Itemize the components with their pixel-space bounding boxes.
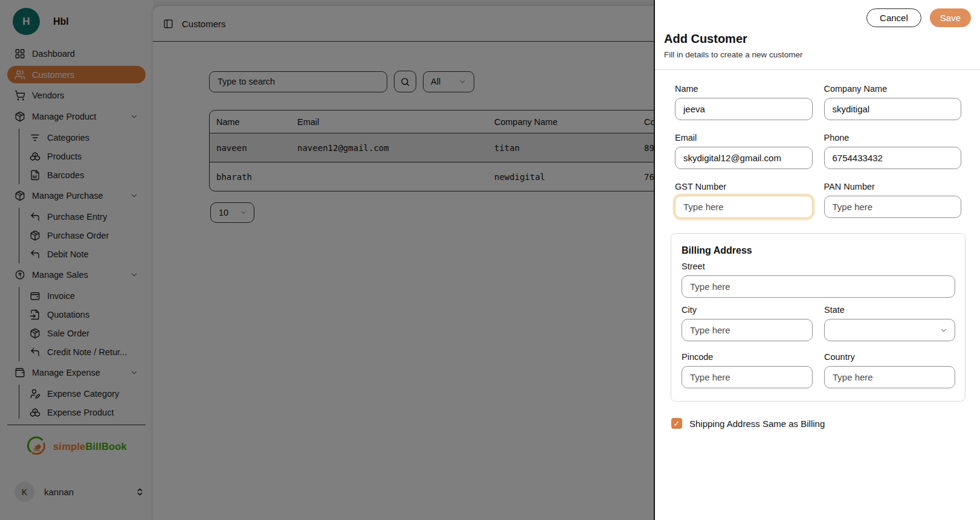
pan-label: PAN Number [824, 182, 962, 191]
chevron-down-icon [940, 326, 948, 335]
state-select[interactable] [824, 319, 955, 341]
state-field-group: State [824, 305, 955, 341]
city-label: City [682, 305, 813, 315]
pincode-label: Pincode [682, 352, 813, 362]
drawer-subtitle: Fill in details to create a new customer [664, 50, 970, 59]
state-select-value[interactable] [824, 319, 955, 341]
add-customer-drawer: Cancel Save Add Customer Fill in details… [654, 0, 980, 520]
shipping-same-row: ✓ Shipping Address Same as Billing [671, 418, 980, 429]
name-input[interactable] [675, 98, 813, 120]
name-label: Name [675, 84, 813, 94]
shipping-same-checkbox[interactable]: ✓ [671, 418, 682, 429]
shipping-same-label: Shipping Address Same as Billing [689, 419, 825, 429]
phone-label: Phone [824, 133, 962, 143]
email-field-group: Email [675, 133, 813, 169]
email-label: Email [675, 133, 813, 143]
email-input[interactable] [675, 147, 813, 169]
phone-field-group: Phone [824, 133, 962, 169]
country-field-group: Country [824, 352, 955, 388]
pincode-input[interactable] [682, 366, 813, 388]
drawer-title: Add Customer [664, 32, 970, 46]
save-button[interactable]: Save [930, 8, 971, 27]
customer-form: Name Company Name Email Phone GST Number… [655, 70, 980, 218]
street-field-group: Street [682, 262, 955, 298]
pan-input[interactable] [824, 196, 962, 218]
street-label: Street [682, 262, 955, 271]
gst-label: GST Number [675, 182, 813, 191]
city-field-group: City [682, 305, 813, 341]
company-field-group: Company Name [824, 84, 962, 120]
phone-input[interactable] [824, 147, 962, 169]
drawer-header: Add Customer Fill in details to create a… [655, 27, 980, 70]
drawer-actions: Cancel Save [655, 0, 980, 27]
billing-grid: City State Pincode Country [682, 305, 955, 388]
company-label: Company Name [824, 84, 962, 94]
billing-address-title: Billing Address [682, 245, 955, 256]
street-input[interactable] [682, 275, 955, 298]
country-input[interactable] [824, 366, 955, 388]
country-label: Country [824, 352, 955, 362]
drawer-body: Name Company Name Email Phone GST Number… [655, 70, 980, 520]
company-input[interactable] [824, 98, 962, 120]
gst-field-group: GST Number [675, 182, 813, 218]
pan-field-group: PAN Number [824, 182, 962, 218]
gst-input[interactable] [675, 196, 813, 218]
state-label: State [824, 305, 955, 315]
city-input[interactable] [682, 319, 813, 341]
name-field-group: Name [675, 84, 813, 120]
cancel-button[interactable]: Cancel [866, 8, 921, 27]
billing-address-card: Billing Address Street City State [671, 233, 965, 402]
pincode-field-group: Pincode [682, 352, 813, 388]
